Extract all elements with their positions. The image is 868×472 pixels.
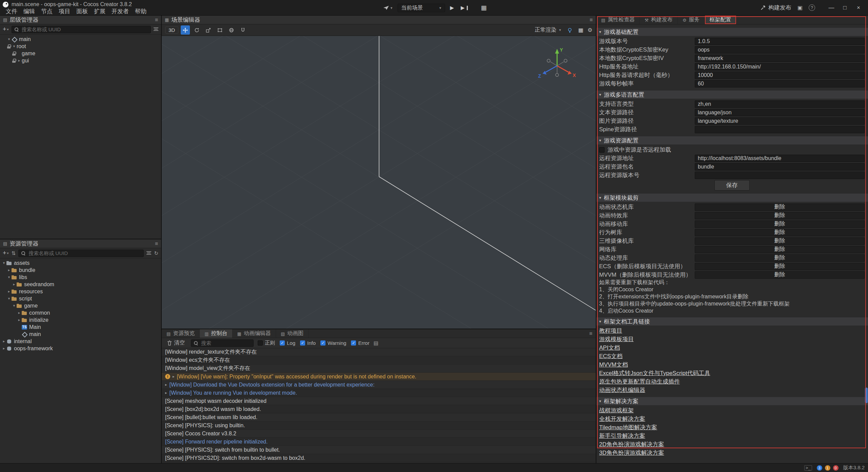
log-row[interactable]: ! ▸ [Window] model_view文件夹不存在 (162, 365, 596, 373)
console-tab[interactable]: 动画编辑器 (233, 329, 276, 338)
hierarchy-node-row[interactable]: main (0, 36, 161, 43)
orientation-gizmo[interactable]: Y X Z (537, 45, 577, 85)
view-grid-icon[interactable]: ▦ (578, 27, 584, 33)
checkbox[interactable] (280, 340, 285, 346)
rotate-tool-button[interactable] (192, 25, 201, 35)
config-value-input[interactable] (695, 46, 865, 54)
doc-link[interactable]: API文档 (599, 344, 620, 352)
checkbox[interactable] (258, 340, 263, 346)
console-search-input[interactable] (200, 340, 251, 346)
mode-3d-toggle[interactable]: 3D (165, 26, 178, 34)
log-row[interactable]: ! ▸ [Scene] [bullet]:bullet wasm lib loa… (162, 413, 596, 421)
expand-arrow-icon[interactable] (1, 339, 6, 343)
filter-icon[interactable] (146, 251, 151, 255)
message-count-badge[interactable]: 1 (825, 465, 830, 471)
menu-item[interactable]: 编辑 (20, 7, 38, 15)
asset-row[interactable]: bundle (0, 267, 161, 274)
section-chevron-icon[interactable]: ▾ (599, 195, 601, 200)
menu-item[interactable]: 扩展 (91, 7, 108, 15)
remote-load-checkbox[interactable] (599, 147, 605, 153)
close-button[interactable]: × (852, 0, 865, 15)
console-filter-checkbox[interactable]: Info (300, 340, 316, 346)
expand-arrow-icon[interactable] (17, 58, 22, 63)
delete-module-button[interactable]: 删除 (695, 229, 865, 236)
scrollbar-thumb[interactable] (865, 388, 868, 403)
section-chevron-icon[interactable]: ▾ (599, 92, 601, 97)
inspector-tab[interactable]: 构建发布 (640, 16, 678, 24)
expand-arrow-icon[interactable] (6, 289, 12, 294)
menu-item[interactable]: 文件 (3, 7, 20, 15)
checkbox[interactable] (351, 340, 356, 346)
config-value-input[interactable] (695, 117, 865, 125)
log-row[interactable]: ! ▸ [Scene] Cocos Creator v3.8.2 (162, 430, 596, 438)
doc-link[interactable]: 2D角色扮演游戏解决方案 (599, 440, 664, 448)
layout-grid-icon[interactable]: ▦ (481, 4, 487, 12)
move-tool-button[interactable] (181, 25, 190, 35)
asset-row[interactable]: common (0, 309, 161, 316)
package-icon[interactable]: ▣ (797, 4, 803, 11)
log-row[interactable]: ! ▸ [Scene] [PHYSICS2D]: switch from box… (162, 454, 596, 462)
console-tab[interactable]: 资源预览 (162, 329, 200, 338)
menu-item[interactable]: 节点 (38, 7, 56, 15)
inspector-tab[interactable]: 框架配置 (705, 16, 736, 24)
collapse-logs-icon[interactable]: ▤ (374, 340, 378, 346)
asset-row[interactable]: seedrandom (0, 281, 161, 288)
expand-arrow-icon[interactable] (12, 44, 17, 48)
doc-link[interactable]: 3D角色扮演游戏解决方案 (599, 449, 664, 457)
section-chevron-icon[interactable]: ▾ (599, 29, 601, 34)
config-value-input[interactable] (695, 163, 865, 171)
expand-arrow-icon[interactable]: ▸ (165, 391, 167, 395)
expand-arrow-icon[interactable] (1, 261, 6, 265)
config-value-input[interactable] (695, 63, 865, 71)
asset-row[interactable]: internal (0, 338, 161, 345)
config-value-input[interactable] (695, 80, 865, 87)
log-row[interactable]: ! ▸ [Window] [Vue warn]: Property "onInp… (162, 373, 596, 381)
hierarchy-node-row[interactable]: game (0, 50, 161, 57)
preview-platform-button[interactable]: ▾ (381, 4, 394, 11)
panel-menu-icon[interactable]: ≡ (155, 241, 158, 247)
sort-assets-icon[interactable]: ⇅ (12, 250, 16, 256)
inspector-tab[interactable]: 服务 (678, 16, 705, 24)
clear-console-button[interactable]: 清空 (165, 339, 187, 347)
asset-row[interactable]: main (0, 331, 161, 338)
hierarchy-search-input[interactable] (21, 26, 148, 33)
asset-row[interactable]: game (0, 302, 161, 309)
menu-item[interactable]: 开发者 (108, 7, 132, 15)
filter-icon[interactable] (154, 27, 158, 31)
panel-menu-icon[interactable]: ≡ (155, 17, 158, 23)
log-row[interactable]: ! ▸ [Window] Download the Vue Devtools e… (162, 381, 596, 389)
menu-item[interactable]: 面板 (73, 7, 91, 15)
delete-module-button[interactable]: 删除 (695, 220, 865, 228)
expand-arrow-icon[interactable] (6, 37, 12, 41)
config-value-input[interactable] (695, 38, 865, 45)
log-row[interactable]: ! ▸ [Scene] meshopt wasm decoder initial… (162, 397, 596, 405)
snap-tool-button[interactable] (238, 25, 248, 35)
console-tab[interactable]: 动画图 (276, 329, 309, 338)
expand-arrow-icon[interactable] (6, 275, 12, 279)
log-row[interactable]: ! ▸ [Scene] [box2d]:box2d wasm lib loade… (162, 405, 596, 413)
add-asset-button[interactable]: +▾ (3, 250, 9, 257)
doc-link[interactable]: 战棋游戏框架 (599, 407, 634, 414)
asset-row[interactable]: assets (0, 259, 161, 267)
console-filter-checkbox[interactable]: 正则 (258, 340, 275, 346)
terminal-icon[interactable]: >_ (804, 465, 812, 471)
console-filter-checkbox[interactable]: Log (280, 340, 295, 346)
console-filter-checkbox[interactable]: Warning (320, 340, 346, 346)
hierarchy-node-row[interactable]: root (0, 43, 161, 50)
world-space-toggle[interactable] (227, 25, 236, 35)
config-value-input[interactable] (695, 155, 865, 162)
config-value-input[interactable] (695, 72, 865, 79)
delete-module-button[interactable]: 删除 (695, 254, 865, 262)
config-value-input[interactable] (695, 100, 865, 108)
help-icon[interactable]: ? (809, 4, 815, 11)
minimize-button[interactable]: — (825, 0, 838, 15)
section-chevron-icon[interactable]: ▾ (599, 138, 601, 143)
asset-row[interactable]: libs (0, 274, 161, 281)
scale-tool-button[interactable] (204, 25, 213, 35)
asset-row[interactable]: resources (0, 288, 161, 295)
refresh-icon[interactable]: ↻ (154, 250, 158, 256)
light-toggle-button[interactable] (565, 25, 574, 35)
message-count-badge[interactable]: 0 (833, 465, 839, 471)
doc-link[interactable]: MVVM文档 (599, 361, 628, 369)
delete-module-button[interactable]: 删除 (695, 212, 865, 219)
